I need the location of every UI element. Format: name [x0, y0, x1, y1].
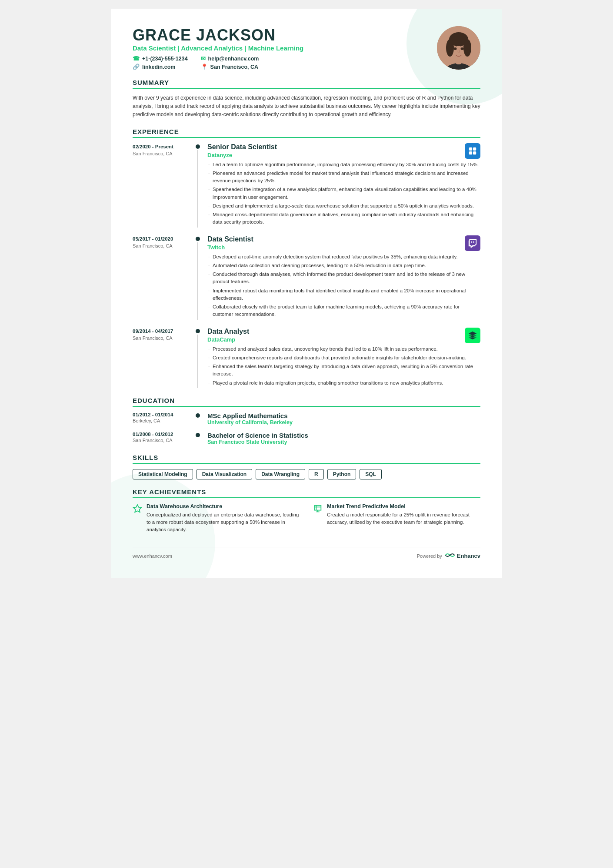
- bullet-2-2: Automated data collection and cleaning p…: [207, 262, 480, 269]
- edu-item-2: 01/2008 - 01/2012 San Francisco, CA Bach…: [133, 432, 480, 445]
- svg-rect-15: [471, 241, 472, 243]
- svg-rect-11: [473, 147, 476, 150]
- exp-logo-1: [465, 143, 480, 159]
- edu-right-2: Bachelor of Science in Statistics San Fr…: [202, 432, 480, 445]
- bullet-2-1: Developed a real-time anomaly detection …: [207, 253, 480, 261]
- achievement-desc-1: Conceptualized and deployed an enterpris…: [147, 511, 300, 534]
- bullet-2-5: Collaborated closely with the product te…: [207, 303, 480, 318]
- candidate-name: GRACE JACKSON: [133, 26, 437, 44]
- contact-info: ☎ +1-(234)-555-1234 🔗 linkedin.com ✉ hel…: [133, 55, 437, 70]
- edu-timeline-2: [193, 432, 202, 445]
- exp-company-1: Datanyze: [207, 152, 277, 158]
- exp-line-2: [197, 242, 198, 320]
- achievement-2: Market Trend Predictive Model Created a …: [313, 503, 480, 534]
- skills-section: SKILLS Statistical Modeling Data Visuali…: [133, 454, 480, 479]
- footer-url: www.enhancv.com: [133, 553, 172, 559]
- svg-rect-14: [473, 241, 474, 243]
- summary-text: With over 9 years of experience in data …: [133, 94, 480, 119]
- experience-item-2: 05/2017 - 01/2020 San Francisco, CA Data…: [133, 235, 480, 320]
- contact-group-right: ✉ help@enhancv.com 📍 San Francisco, CA: [201, 55, 259, 70]
- skill-5: Python: [327, 469, 356, 479]
- edu-right-1: MSc Applied Mathematics University of Ca…: [202, 412, 480, 426]
- footer: www.enhancv.com Powered by Enhancv: [133, 547, 480, 560]
- edu-school-2: San Francisco State University: [207, 439, 480, 445]
- bullet-1-4: Designed and implemented a large-scale d…: [207, 202, 480, 210]
- experience-title: EXPERIENCE: [133, 128, 480, 138]
- header-section: GRACE JACKSON Data Scientist | Advanced …: [133, 26, 480, 70]
- exp-role-3: Data Analyst: [207, 328, 249, 335]
- skill-6: SQL: [360, 469, 382, 479]
- exp-logo-3: [465, 328, 480, 343]
- linkedin-text: linkedin.com: [142, 64, 175, 70]
- edu-location-2: San Francisco, CA: [133, 438, 193, 443]
- exp-bullets-3: Processed and analyzed sales data, uncov…: [207, 345, 480, 387]
- svg-rect-12: [469, 151, 472, 154]
- skills-list: Statistical Modeling Data Visualization …: [133, 469, 480, 479]
- exp-right-3: Data Analyst DataCamp Processed and anal…: [202, 328, 480, 388]
- skill-4: R: [309, 469, 324, 479]
- exp-logo-2: [465, 235, 480, 251]
- exp-date-1: 02/2020 - Present: [133, 143, 189, 150]
- phone-contact: ☎ +1-(234)-555-1234: [133, 55, 188, 62]
- exp-date-2: 05/2017 - 01/2020: [133, 235, 189, 242]
- exp-role-2: Data Scientist: [207, 235, 253, 243]
- profile-photo: [437, 26, 480, 70]
- achievement-title-1: Data Warehouse Architecture: [147, 503, 300, 509]
- exp-bullets-1: Led a team to optimize algorithm perform…: [207, 161, 480, 226]
- exp-dot-3: [196, 329, 200, 333]
- location-contact: 📍 San Francisco, CA: [201, 64, 259, 70]
- education-section: EDUCATION 01/2012 - 01/2014 Berkeley, CA…: [133, 397, 480, 445]
- edu-date-2: 01/2008 - 01/2012: [133, 432, 193, 437]
- skill-1: Statistical Modeling: [133, 469, 193, 479]
- skill-2: Data Visualization: [197, 469, 252, 479]
- edu-item-1: 01/2012 - 01/2014 Berkeley, CA MSc Appli…: [133, 412, 480, 426]
- location-icon: 📍: [201, 64, 208, 70]
- resume-container: GRACE JACKSON Data Scientist | Advanced …: [111, 9, 502, 578]
- edu-timeline-1: [193, 412, 202, 426]
- bullet-1-5: Managed cross-departmental data governan…: [207, 211, 480, 226]
- edu-dot-2: [196, 433, 200, 437]
- experience-item-1: 02/2020 - Present San Francisco, CA Seni…: [133, 143, 480, 228]
- exp-company-3: DataCamp: [207, 336, 249, 343]
- linkedin-icon: 🔗: [133, 64, 140, 70]
- edu-school-1: University of California, Berkeley: [207, 419, 480, 426]
- svg-point-6: [446, 39, 454, 57]
- svg-marker-16: [133, 505, 141, 512]
- exp-right-2: Data Scientist Twitch Developed a real-t…: [202, 235, 480, 320]
- bullet-1-1: Led a team to optimize algorithm perform…: [207, 161, 480, 168]
- edu-location-1: Berkeley, CA: [133, 418, 193, 423]
- edu-left-2: 01/2008 - 01/2012 San Francisco, CA: [133, 432, 193, 445]
- edu-date-1: 01/2012 - 01/2014: [133, 412, 193, 417]
- edu-degree-2: Bachelor of Science in Statistics: [207, 432, 480, 439]
- exp-role-1: Senior Data Scientist: [207, 143, 277, 151]
- bullet-3-3: Enhanced the sales team's targeting stra…: [207, 363, 480, 378]
- achievement-desc-2: Created a model responsible for a 25% up…: [327, 511, 480, 526]
- brand-name: Enhancv: [457, 553, 480, 559]
- footer-powered: Powered by Enhancv: [417, 552, 480, 560]
- phone-icon: ☎: [133, 55, 140, 62]
- experience-item-3: 09/2014 - 04/2017 San Francisco, CA Data…: [133, 328, 480, 388]
- achievement-icon-1: [133, 504, 142, 516]
- svg-point-7: [463, 39, 471, 57]
- exp-timeline-1: [193, 143, 202, 228]
- bullet-2-3: Conducted thorough data analyses, which …: [207, 271, 480, 286]
- phone-text: +1-(234)-555-1234: [142, 56, 188, 62]
- exp-dot-2: [196, 237, 200, 241]
- experience-section: EXPERIENCE 02/2020 - Present San Francis…: [133, 128, 480, 388]
- exp-timeline-3: [193, 328, 202, 388]
- skill-3: Data Wrangling: [256, 469, 305, 479]
- exp-location-3: San Francisco, CA: [133, 335, 189, 341]
- edu-degree-1: MSc Applied Mathematics: [207, 412, 480, 419]
- bullet-3-1: Processed and analyzed sales data, uncov…: [207, 345, 480, 353]
- bullet-3-4: Played a pivotal role in data migration …: [207, 379, 480, 387]
- exp-right-1: Senior Data Scientist Datanyze Led a tea…: [202, 143, 480, 228]
- education-title: EDUCATION: [133, 397, 480, 407]
- email-contact: ✉ help@enhancv.com: [201, 55, 259, 62]
- bullet-1-3: Spearheaded the integration of a new ana…: [207, 186, 480, 201]
- header-left: GRACE JACKSON Data Scientist | Advanced …: [133, 26, 437, 70]
- linkedin-contact: 🔗 linkedin.com: [133, 64, 188, 70]
- bullet-3-2: Created comprehensive reports and dashbo…: [207, 354, 480, 362]
- email-text: help@enhancv.com: [208, 56, 259, 62]
- contact-group-left: ☎ +1-(234)-555-1234 🔗 linkedin.com: [133, 55, 188, 70]
- achievements-title: KEY ACHIEVEMENTS: [133, 488, 480, 498]
